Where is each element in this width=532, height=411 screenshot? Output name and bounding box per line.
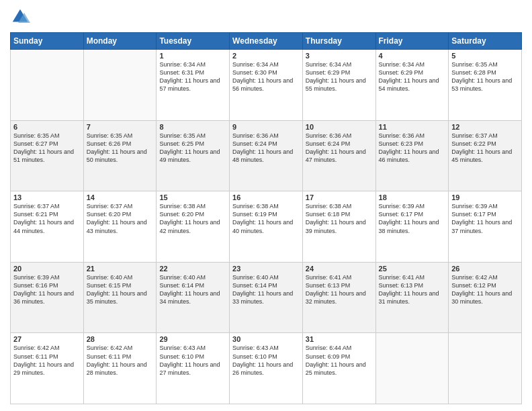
day-number: 1 [159, 52, 226, 60]
calendar-cell: 14Sunrise: 6:37 AM Sunset: 6:20 PM Dayli… [83, 191, 157, 263]
day-number: 26 [451, 265, 519, 273]
calendar-cell: 5Sunrise: 6:35 AM Sunset: 6:28 PM Daylig… [449, 50, 522, 121]
calendar-cell: 2Sunrise: 6:34 AM Sunset: 6:30 PM Daylig… [230, 50, 303, 121]
day-number: 8 [159, 123, 226, 131]
calendar-cell: 23Sunrise: 6:40 AM Sunset: 6:14 PM Dayli… [230, 262, 303, 333]
calendar-cell [449, 333, 522, 404]
calendar-cell: 9Sunrise: 6:36 AM Sunset: 6:24 PM Daylig… [230, 120, 303, 191]
cell-content: Sunrise: 6:40 AM Sunset: 6:15 PM Dayligh… [87, 273, 154, 306]
day-number: 3 [306, 52, 373, 60]
day-number: 2 [232, 52, 300, 60]
weekday-header: Tuesday [157, 33, 230, 50]
cell-content: Sunrise: 6:43 AM Sunset: 6:10 PM Dayligh… [159, 344, 226, 377]
cell-content: Sunrise: 6:44 AM Sunset: 6:09 PM Dayligh… [306, 344, 373, 377]
cell-content: Sunrise: 6:42 AM Sunset: 6:11 PM Dayligh… [87, 344, 154, 377]
weekday-header: Monday [83, 33, 157, 50]
day-number: 23 [232, 265, 300, 273]
day-number: 24 [306, 265, 373, 273]
day-number: 5 [451, 52, 519, 60]
cell-content: Sunrise: 6:35 AM Sunset: 6:28 PM Dayligh… [451, 60, 519, 93]
cell-content: Sunrise: 6:42 AM Sunset: 6:11 PM Dayligh… [13, 344, 81, 377]
calendar-cell: 13Sunrise: 6:37 AM Sunset: 6:21 PM Dayli… [11, 191, 84, 263]
weekday-header: Saturday [449, 33, 522, 50]
cell-content: Sunrise: 6:34 AM Sunset: 6:30 PM Dayligh… [232, 60, 300, 93]
cell-content: Sunrise: 6:34 AM Sunset: 6:29 PM Dayligh… [306, 60, 373, 93]
calendar-cell: 26Sunrise: 6:42 AM Sunset: 6:12 PM Dayli… [449, 262, 522, 333]
cell-content: Sunrise: 6:42 AM Sunset: 6:12 PM Dayligh… [451, 273, 519, 306]
cell-content: Sunrise: 6:36 AM Sunset: 6:24 PM Dayligh… [232, 132, 300, 165]
day-number: 12 [451, 123, 519, 131]
calendar-cell: 31Sunrise: 6:44 AM Sunset: 6:09 PM Dayli… [302, 333, 375, 404]
cell-content: Sunrise: 6:38 AM Sunset: 6:18 PM Dayligh… [306, 202, 373, 235]
weekday-header: Thursday [302, 33, 375, 50]
day-number: 25 [379, 265, 446, 273]
calendar-cell: 29Sunrise: 6:43 AM Sunset: 6:10 PM Dayli… [157, 333, 230, 404]
header [10, 7, 522, 27]
day-number: 20 [13, 265, 81, 273]
cell-content: Sunrise: 6:35 AM Sunset: 6:25 PM Dayligh… [159, 132, 226, 165]
weekday-header: Wednesday [230, 33, 303, 50]
cell-content: Sunrise: 6:34 AM Sunset: 6:29 PM Dayligh… [379, 60, 446, 93]
cell-content: Sunrise: 6:40 AM Sunset: 6:14 PM Dayligh… [232, 273, 300, 306]
logo-icon [10, 7, 30, 27]
cell-content: Sunrise: 6:34 AM Sunset: 6:31 PM Dayligh… [159, 60, 226, 93]
day-number: 21 [87, 265, 154, 273]
day-number: 16 [232, 193, 300, 201]
day-number: 28 [87, 335, 154, 343]
calendar-cell [11, 50, 84, 121]
calendar-cell: 10Sunrise: 6:36 AM Sunset: 6:24 PM Dayli… [302, 120, 375, 191]
day-number: 27 [13, 335, 81, 343]
cell-content: Sunrise: 6:41 AM Sunset: 6:13 PM Dayligh… [379, 273, 446, 306]
cell-content: Sunrise: 6:40 AM Sunset: 6:14 PM Dayligh… [159, 273, 226, 306]
cell-content: Sunrise: 6:35 AM Sunset: 6:27 PM Dayligh… [13, 132, 81, 165]
calendar-cell: 12Sunrise: 6:37 AM Sunset: 6:22 PM Dayli… [449, 120, 522, 191]
page: SundayMondayTuesdayWednesdayThursdayFrid… [0, 0, 532, 411]
calendar-cell: 8Sunrise: 6:35 AM Sunset: 6:25 PM Daylig… [157, 120, 230, 191]
calendar-cell: 25Sunrise: 6:41 AM Sunset: 6:13 PM Dayli… [375, 262, 449, 333]
cell-content: Sunrise: 6:39 AM Sunset: 6:17 PM Dayligh… [451, 202, 519, 235]
day-number: 11 [379, 123, 446, 131]
calendar-cell: 17Sunrise: 6:38 AM Sunset: 6:18 PM Dayli… [302, 191, 375, 263]
day-number: 13 [13, 193, 81, 201]
calendar-week-row: 20Sunrise: 6:39 AM Sunset: 6:16 PM Dayli… [11, 262, 522, 333]
day-number: 9 [232, 123, 300, 131]
cell-content: Sunrise: 6:38 AM Sunset: 6:20 PM Dayligh… [159, 202, 226, 235]
calendar-cell: 27Sunrise: 6:42 AM Sunset: 6:11 PM Dayli… [11, 333, 84, 404]
cell-content: Sunrise: 6:37 AM Sunset: 6:22 PM Dayligh… [451, 132, 519, 165]
calendar-cell: 19Sunrise: 6:39 AM Sunset: 6:17 PM Dayli… [449, 191, 522, 263]
day-number: 6 [13, 123, 81, 131]
cell-content: Sunrise: 6:36 AM Sunset: 6:23 PM Dayligh… [379, 132, 446, 165]
calendar-cell: 21Sunrise: 6:40 AM Sunset: 6:15 PM Dayli… [83, 262, 157, 333]
day-number: 7 [87, 123, 154, 131]
cell-content: Sunrise: 6:38 AM Sunset: 6:19 PM Dayligh… [232, 202, 300, 235]
calendar-cell: 4Sunrise: 6:34 AM Sunset: 6:29 PM Daylig… [375, 50, 449, 121]
calendar-cell: 3Sunrise: 6:34 AM Sunset: 6:29 PM Daylig… [302, 50, 375, 121]
calendar-cell: 11Sunrise: 6:36 AM Sunset: 6:23 PM Dayli… [375, 120, 449, 191]
day-number: 15 [159, 193, 226, 201]
calendar-cell: 18Sunrise: 6:39 AM Sunset: 6:17 PM Dayli… [375, 191, 449, 263]
weekday-header: Friday [375, 33, 449, 50]
day-number: 19 [451, 193, 519, 201]
cell-content: Sunrise: 6:41 AM Sunset: 6:13 PM Dayligh… [306, 273, 373, 306]
calendar-cell [375, 333, 449, 404]
calendar-cell: 7Sunrise: 6:35 AM Sunset: 6:26 PM Daylig… [83, 120, 157, 191]
day-number: 30 [232, 335, 300, 343]
day-number: 29 [159, 335, 226, 343]
day-number: 17 [306, 193, 373, 201]
day-number: 31 [306, 335, 373, 343]
cell-content: Sunrise: 6:37 AM Sunset: 6:21 PM Dayligh… [13, 202, 81, 235]
calendar-week-row: 1Sunrise: 6:34 AM Sunset: 6:31 PM Daylig… [11, 50, 522, 121]
cell-content: Sunrise: 6:39 AM Sunset: 6:17 PM Dayligh… [379, 202, 446, 235]
weekday-header: Sunday [11, 33, 84, 50]
calendar-week-row: 6Sunrise: 6:35 AM Sunset: 6:27 PM Daylig… [11, 120, 522, 191]
day-number: 18 [379, 193, 446, 201]
calendar-cell: 15Sunrise: 6:38 AM Sunset: 6:20 PM Dayli… [157, 191, 230, 263]
calendar-cell: 6Sunrise: 6:35 AM Sunset: 6:27 PM Daylig… [11, 120, 84, 191]
calendar-cell: 24Sunrise: 6:41 AM Sunset: 6:13 PM Dayli… [302, 262, 375, 333]
calendar-cell: 1Sunrise: 6:34 AM Sunset: 6:31 PM Daylig… [157, 50, 230, 121]
calendar-cell: 30Sunrise: 6:43 AM Sunset: 6:10 PM Dayli… [230, 333, 303, 404]
calendar-header-row: SundayMondayTuesdayWednesdayThursdayFrid… [11, 33, 522, 50]
cell-content: Sunrise: 6:36 AM Sunset: 6:24 PM Dayligh… [306, 132, 373, 165]
cell-content: Sunrise: 6:39 AM Sunset: 6:16 PM Dayligh… [13, 273, 81, 306]
day-number: 10 [306, 123, 373, 131]
